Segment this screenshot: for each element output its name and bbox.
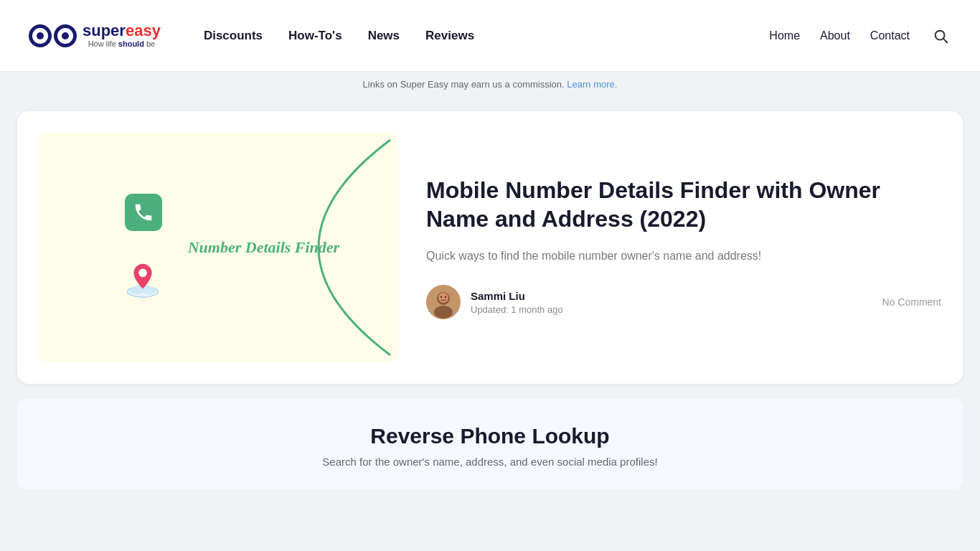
phone-svg bbox=[133, 202, 154, 223]
location-icon bbox=[121, 258, 164, 301]
nav-item-reviews[interactable]: Reviews bbox=[425, 29, 474, 43]
article-subtitle: Quick ways to find the mobile number own… bbox=[426, 248, 941, 265]
logo-icon bbox=[29, 24, 77, 47]
site-logo[interactable]: super easy How life should be bbox=[29, 23, 161, 48]
author-details: Sammi Liu Updated: 1 month ago bbox=[471, 290, 563, 315]
search-button[interactable] bbox=[930, 25, 951, 47]
logo-text: super easy How life should be bbox=[83, 23, 161, 48]
article-image: Number Details Finder bbox=[39, 133, 397, 362]
affiliate-bar: Links on Super Easy may earn us a commis… bbox=[0, 72, 980, 97]
main-content: Number Details Finder Mobile Number Deta… bbox=[0, 97, 980, 507]
nav-item-contact[interactable]: Contact bbox=[870, 29, 910, 42]
svg-point-8 bbox=[434, 306, 453, 319]
header-left: super easy How life should be Discounts … bbox=[29, 23, 474, 48]
logo-easy: easy bbox=[126, 23, 161, 39]
header-right: Home About Contact bbox=[769, 25, 951, 47]
svg-line-1 bbox=[943, 39, 947, 42]
logo-brand-line: super easy bbox=[83, 23, 161, 39]
nav-item-howtos[interactable]: How-To's bbox=[288, 29, 342, 43]
location-svg bbox=[121, 258, 164, 302]
author-updated: Updated: 1 month ago bbox=[471, 304, 563, 315]
main-nav: Discounts How-To's News Reviews bbox=[204, 29, 474, 43]
author-row: Sammi Liu Updated: 1 month ago No Commen… bbox=[426, 285, 941, 319]
author-name: Sammi Liu bbox=[471, 290, 563, 302]
nav-item-discounts[interactable]: Discounts bbox=[204, 29, 263, 43]
article-title: Mobile Number Details Finder with Owner … bbox=[426, 176, 941, 233]
svg-point-5 bbox=[138, 269, 147, 278]
avatar-svg bbox=[426, 285, 461, 319]
lookup-subtitle: Search for the owner's name, address, an… bbox=[46, 456, 934, 468]
logo-circle-2 bbox=[54, 24, 77, 47]
comment-count: No Comment bbox=[882, 296, 941, 308]
site-header: super easy How life should be Discounts … bbox=[0, 0, 980, 72]
phone-icon bbox=[125, 194, 162, 231]
svg-point-10 bbox=[440, 296, 442, 298]
nav-item-home[interactable]: Home bbox=[769, 29, 800, 42]
author-avatar bbox=[426, 285, 461, 319]
affiliate-text: Links on Super Easy may earn us a commis… bbox=[363, 79, 567, 90]
logo-tagline: How life should be bbox=[83, 40, 161, 48]
svg-point-11 bbox=[445, 296, 446, 298]
finder-text: Number Details Finder bbox=[188, 238, 339, 257]
svg-point-9 bbox=[438, 293, 448, 303]
lookup-title: Reverse Phone Lookup bbox=[46, 424, 934, 448]
search-icon bbox=[933, 28, 948, 44]
nav-item-about[interactable]: About bbox=[820, 29, 850, 42]
affiliate-link[interactable]: Learn more. bbox=[567, 79, 617, 90]
nav-item-news[interactable]: News bbox=[368, 29, 400, 43]
lookup-section: Reverse Phone Lookup Search for the owne… bbox=[17, 398, 963, 489]
article-info: Mobile Number Details Finder with Owner … bbox=[426, 176, 941, 319]
logo-super: super bbox=[83, 23, 126, 39]
logo-circle-1 bbox=[29, 24, 52, 47]
author-info: Sammi Liu Updated: 1 month ago bbox=[426, 285, 563, 319]
article-card: Number Details Finder Mobile Number Deta… bbox=[17, 111, 963, 384]
